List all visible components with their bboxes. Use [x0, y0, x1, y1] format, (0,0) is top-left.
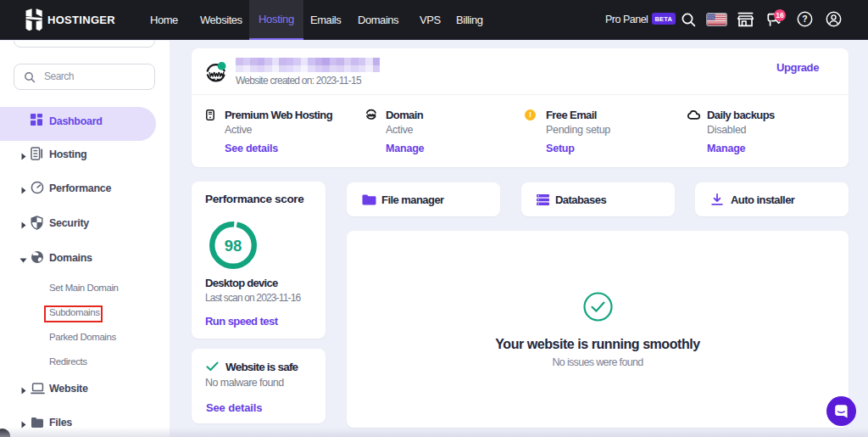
svg-text:98: 98 — [225, 237, 242, 255]
svg-text:?: ? — [802, 14, 807, 24]
